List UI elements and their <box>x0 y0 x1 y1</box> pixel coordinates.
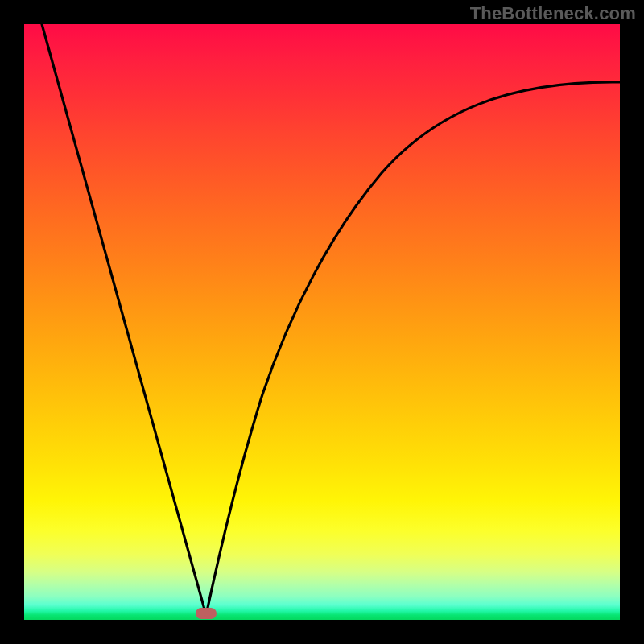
watermark-text: TheBottleneck.com <box>470 3 636 24</box>
plot-area <box>24 24 620 620</box>
bottleneck-curve <box>42 24 620 615</box>
chart-container: TheBottleneck.com <box>0 0 644 644</box>
curve-layer <box>24 24 620 620</box>
optimal-point-marker <box>196 608 217 619</box>
